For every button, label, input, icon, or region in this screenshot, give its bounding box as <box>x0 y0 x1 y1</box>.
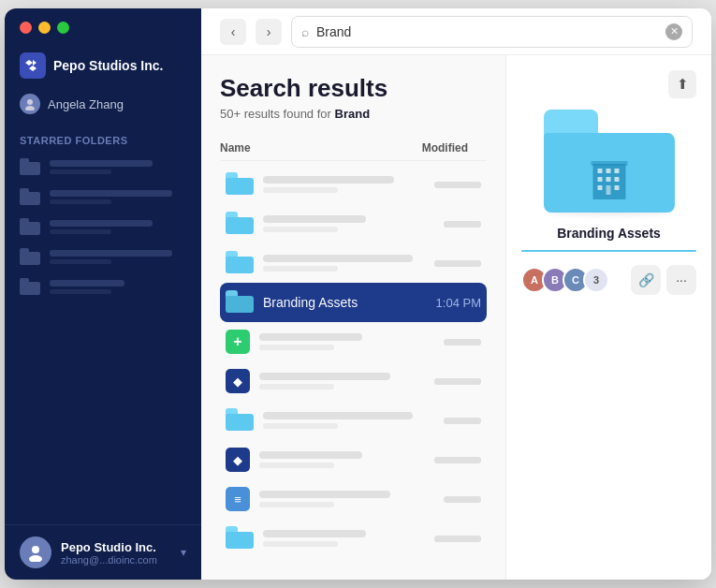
svg-rect-13 <box>606 185 610 195</box>
sidebar-item-text <box>50 190 186 204</box>
search-keyword: Brand <box>335 107 371 121</box>
result-name: Branding Assets <box>263 295 358 310</box>
result-name-line <box>263 412 413 419</box>
folder-icon <box>226 408 254 433</box>
svg-point-0 <box>27 99 33 105</box>
result-modified-block: 1:04 PM <box>406 294 481 311</box>
result-modified-block <box>406 221 481 228</box>
result-name-line <box>259 491 390 498</box>
clear-search-button[interactable]: ✕ <box>665 23 682 40</box>
sidebar-item-text <box>50 160 186 174</box>
folder-icon <box>226 290 254 315</box>
sidebar: Pepo Studios Inc. Angela Zhang Starred F… <box>5 8 201 580</box>
result-name-block <box>263 215 397 232</box>
content-area: Search results 50+ results found for Bra… <box>201 55 711 580</box>
svg-point-1 <box>25 106 35 110</box>
result-row[interactable] <box>220 519 487 558</box>
result-row[interactable]: ≡ <box>220 479 487 519</box>
sidebar-item-3[interactable] <box>5 212 201 242</box>
sidebar-item-5[interactable] <box>5 272 201 301</box>
result-name-line <box>259 373 390 380</box>
result-sub-line <box>259 502 334 507</box>
blue-diamond-icon: ◆ <box>226 448 250 472</box>
col-name-header: Name <box>220 141 251 154</box>
item-label-line <box>50 250 172 257</box>
result-row[interactable]: ◆ <box>220 361 487 401</box>
result-modified-block <box>406 182 481 188</box>
ellipsis-icon: ··· <box>676 272 687 287</box>
chevron-right-icon: › <box>267 24 271 39</box>
item-sublabel-line <box>50 289 111 294</box>
nav-bar: ‹ › ⌕ ✕ <box>201 8 711 55</box>
sidebar-item-4[interactable] <box>5 242 201 272</box>
copy-link-button[interactable]: 🔗 <box>631 265 661 295</box>
folder-3d-icon <box>226 526 254 549</box>
item-label-line <box>50 190 172 197</box>
bottom-avatar <box>20 537 51 568</box>
link-icon: 🔗 <box>638 272 654 287</box>
item-sublabel-line <box>50 229 111 234</box>
results-subtitle: 50+ results found for Brand <box>220 107 487 121</box>
external-link-icon: ⬆ <box>677 76 689 93</box>
result-mod-line <box>444 418 481 424</box>
workspace-row[interactable]: Pepo Studios Inc. <box>5 43 201 90</box>
folder-3d-icon <box>226 212 254 234</box>
item-label-line <box>50 220 153 227</box>
folder-3d-icon <box>226 172 254 195</box>
result-row[interactable]: ◆ <box>220 440 487 479</box>
folder-icon <box>226 212 254 236</box>
workspace-name: Pepo Studios Inc. <box>53 58 163 73</box>
bottom-user-info: Pepo Studio Inc. zhang@...dioinc.com <box>61 540 171 566</box>
sidebar-item-text <box>50 220 186 234</box>
svg-point-3 <box>29 555 42 562</box>
sidebar-bottom-user[interactable]: Pepo Studio Inc. zhang@...dioinc.com ▾ <box>5 524 201 580</box>
fullscreen-button[interactable] <box>57 22 69 34</box>
result-name-block <box>259 333 397 350</box>
close-button[interactable] <box>20 22 32 34</box>
workspace-icon <box>20 52 46 79</box>
results-header: Name Modified <box>220 136 487 161</box>
share-external-button[interactable]: ⬆ <box>668 70 696 98</box>
result-row[interactable] <box>220 401 487 440</box>
result-sub-line <box>259 463 334 468</box>
result-row[interactable] <box>220 165 487 204</box>
search-input[interactable] <box>316 24 658 39</box>
result-row[interactable] <box>220 204 487 243</box>
branding-assets-row[interactable]: Branding Assets 1:04 PM <box>220 283 487 322</box>
back-button[interactable]: ‹ <box>220 19 246 45</box>
result-row[interactable]: + <box>220 322 487 361</box>
result-name-line <box>263 255 413 262</box>
detail-bottom: A B C 3 🔗 ··· <box>521 265 696 295</box>
result-sub-line <box>259 345 334 350</box>
user-name: Angela Zhang <box>48 97 124 111</box>
folder-doc-icon <box>20 188 40 205</box>
doc-icon: ≡ <box>226 487 250 511</box>
svg-rect-12 <box>597 185 602 190</box>
result-mod-line <box>444 339 481 345</box>
svg-rect-9 <box>597 177 602 182</box>
sidebar-item-2[interactable] <box>5 182 201 212</box>
more-options-button[interactable]: ··· <box>666 265 696 295</box>
sidebar-item-1[interactable] <box>5 152 201 182</box>
result-mod-line <box>444 496 481 503</box>
minimize-button[interactable] <box>38 22 51 34</box>
user-avatar-small <box>20 94 40 114</box>
result-name-line <box>263 176 394 184</box>
svg-rect-10 <box>606 177 610 182</box>
results-panel: Search results 50+ results found for Bra… <box>201 55 505 580</box>
result-modified-block <box>406 339 481 345</box>
sidebar-item-text <box>50 280 186 294</box>
result-name-block <box>263 176 397 193</box>
result-name-block: Branding Assets <box>263 294 397 311</box>
sidebar-section-title: Starred Folders <box>5 127 201 152</box>
result-row[interactable] <box>220 243 487 283</box>
result-name-line <box>263 215 366 223</box>
sidebar-item-text <box>50 250 186 264</box>
result-sub-line <box>263 227 338 232</box>
result-sub-line <box>263 423 338 429</box>
result-name-line <box>259 333 362 341</box>
result-name-line <box>259 451 362 459</box>
forward-button[interactable]: › <box>256 19 282 45</box>
result-name-block <box>259 373 397 390</box>
bottom-user-name: Pepo Studio Inc. <box>61 540 171 554</box>
